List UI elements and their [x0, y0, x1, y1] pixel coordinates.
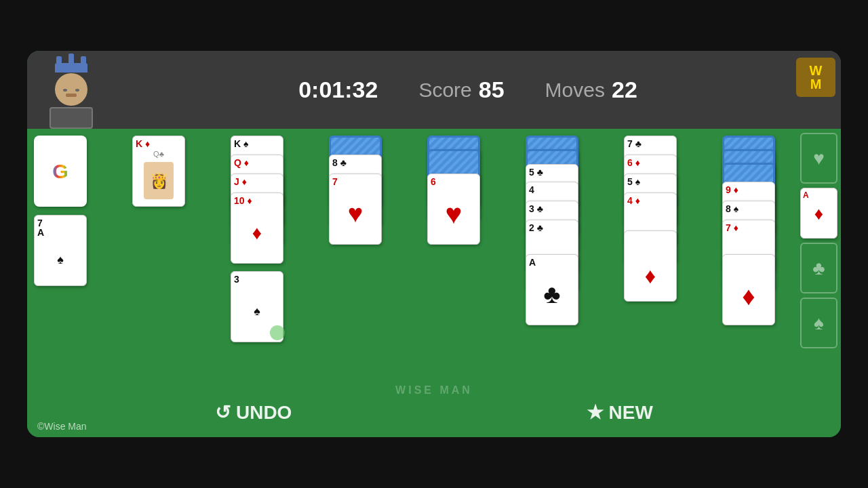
moves-display: Moves 22 [545, 77, 637, 103]
foundation-diamond[interactable]: A ♦ [800, 188, 837, 239]
stock-card[interactable]: G [34, 136, 87, 207]
game-container: 0:01:32 Score 85 Moves 22 G 7A ♠ [27, 51, 841, 437]
waste-card[interactable]: 7A ♠ [34, 215, 87, 286]
card-bigdiamond[interactable]: ♦ [722, 254, 775, 325]
new-button[interactable]: ★ NEW [587, 401, 653, 424]
header-bar: 0:01:32 Score 85 Moves 22 [27, 51, 841, 129]
wm-logo: W M [796, 58, 835, 97]
timer-display: 0:01:32 [298, 77, 378, 103]
card-6h[interactable]: 6 ♥ [427, 174, 480, 245]
game-area: G 7A ♠ K ♦ Q♣ 👸 [27, 129, 841, 437]
foundation-piles: ♥ A ♦ ♣ ♠ [797, 129, 841, 352]
copyright: ©Wise Man [37, 421, 87, 432]
header-stats: 0:01:32 Score 85 Moves 22 [298, 77, 637, 103]
undo-button[interactable]: ↺ UNDO [215, 401, 292, 424]
card-diamond-bottom[interactable]: ♦ [624, 230, 677, 302]
cursor-indicator [270, 325, 285, 340]
foundation-club[interactable]: ♣ [800, 243, 837, 293]
card-10d[interactable]: 10 ♦ ♦ [231, 192, 283, 264]
stock-pile[interactable]: G 7A ♠ [34, 136, 95, 286]
foundation-heart[interactable]: ♥ [800, 133, 837, 184]
watermark: WISE MAN [395, 384, 473, 396]
controls: ↺ UNDO ★ NEW [27, 401, 841, 424]
card-kd[interactable]: K ♦ Q♣ 👸 [132, 136, 185, 207]
foundation-spade[interactable]: ♠ [800, 298, 837, 348]
avatar [41, 58, 102, 122]
card-ac[interactable]: A ♣ [526, 254, 578, 325]
google-logo: G [52, 160, 68, 183]
score-display: Score 85 [418, 77, 504, 103]
card-7h[interactable]: 7 ♥ [329, 174, 382, 245]
